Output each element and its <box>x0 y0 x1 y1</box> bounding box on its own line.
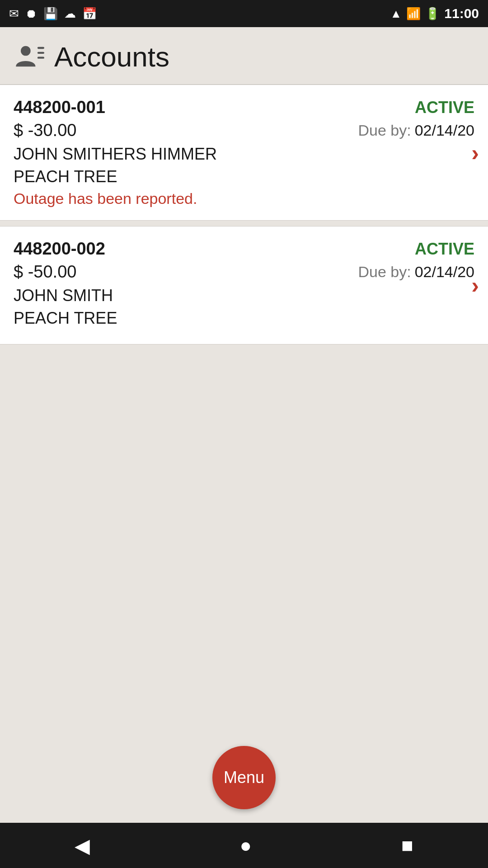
account-location-1: PEACH TREE <box>14 167 474 186</box>
chevron-right-icon-2: › <box>471 272 479 298</box>
signal-icon: 📶 <box>406 7 421 21</box>
account-status-1: ACTIVE <box>415 98 474 117</box>
due-date-2: 02/14/20 <box>415 263 474 281</box>
page-title: Accounts <box>54 41 169 73</box>
status-bar-right: ▲ 📶 🔋 11:00 <box>390 6 479 21</box>
due-date-1: 02/14/20 <box>415 122 474 139</box>
nav-back-button[interactable]: ◀ <box>75 834 90 857</box>
account-due-2: Due by: 02/14/20 <box>358 263 474 281</box>
account-outage-1: Outage has been reported. <box>14 190 474 208</box>
nav-bar: ◀ ● ■ <box>0 823 488 868</box>
svg-point-0 <box>21 46 31 56</box>
svg-rect-2 <box>37 52 44 54</box>
status-time: 11:00 <box>444 6 479 21</box>
nav-home-button[interactable]: ● <box>239 834 252 857</box>
accounts-icon <box>14 43 45 71</box>
account-balance-2: $ -50.00 <box>14 262 76 282</box>
svg-rect-1 <box>37 47 44 49</box>
account-name-2: JOHN SMITH <box>14 286 474 305</box>
wifi-icon: ▲ <box>390 7 402 21</box>
account-card-2[interactable]: 448200-002 ACTIVE $ -50.00 Due by: 02/14… <box>0 226 488 344</box>
due-label-1: Due by: <box>358 122 411 139</box>
account-card-1[interactable]: 448200-001 ACTIVE $ -30.00 Due by: 02/14… <box>0 85 488 221</box>
menu-button[interactable]: Menu <box>212 746 276 809</box>
account-number-1: 448200-001 <box>14 98 105 117</box>
calendar-icon: 📅 <box>82 7 97 21</box>
status-bar: ✉ ⏺ 💾 ☁ 📅 ▲ 📶 🔋 11:00 <box>0 0 488 27</box>
header: Accounts <box>0 27 488 85</box>
record-icon: ⏺ <box>25 7 37 21</box>
status-bar-left: ✉ ⏺ 💾 ☁ 📅 <box>9 7 97 21</box>
account-balance-1: $ -30.00 <box>14 121 76 140</box>
gmail-icon: ✉ <box>9 7 19 21</box>
account-number-2: 448200-002 <box>14 239 105 259</box>
svg-rect-3 <box>37 57 44 59</box>
cloud-icon: ☁ <box>64 7 76 21</box>
save-icon: 💾 <box>43 7 58 21</box>
account-status-2: ACTIVE <box>415 240 474 259</box>
battery-icon: 🔋 <box>425 7 440 21</box>
accounts-list: 448200-001 ACTIVE $ -30.00 Due by: 02/14… <box>0 85 488 344</box>
account-location-2: PEACH TREE <box>14 309 474 328</box>
account-due-1: Due by: 02/14/20 <box>358 122 474 139</box>
due-label-2: Due by: <box>358 263 411 281</box>
chevron-right-icon-1: › <box>471 140 479 166</box>
nav-recent-button[interactable]: ■ <box>401 834 413 857</box>
account-name-1: JOHN SMITHERS HIMMER <box>14 145 474 164</box>
